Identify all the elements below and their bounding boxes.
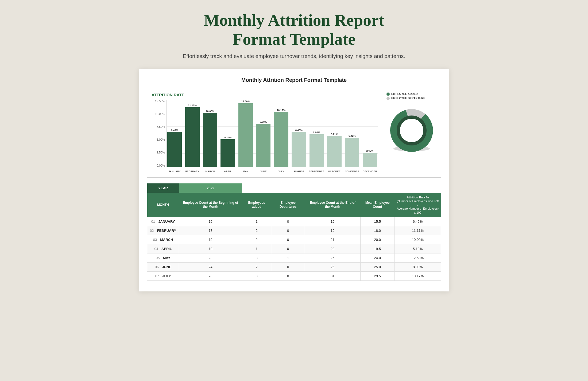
table-cell: 02FEBRUARY xyxy=(147,226,179,235)
bar-rect-march xyxy=(203,113,217,167)
donut-legend: EMPLOYEE ADDED EMPLOYEE DEPARTURE xyxy=(386,93,436,101)
bar-group-january: 6.45%JANUARY xyxy=(167,100,182,167)
table-cell: 0 xyxy=(271,235,305,244)
table-row: 07JULY28303129.510.17% xyxy=(147,272,441,281)
bar-value-april: 5.13% xyxy=(224,136,231,139)
bar-group-september: 6.06%SEPTEMBER xyxy=(309,100,324,167)
col-dep: Employee Departures xyxy=(271,193,305,217)
bar-value-june: 8.00% xyxy=(260,120,267,123)
bar-group-may: 12.50%MAY xyxy=(238,100,253,167)
bar-group-august: 6.45%AUGUST xyxy=(291,100,307,167)
legend-dot-departed xyxy=(386,97,390,100)
bar-rect-september xyxy=(310,134,324,167)
bar-value-august: 6.45% xyxy=(295,129,303,132)
table-cell: 03MARCH xyxy=(147,235,179,244)
y-label-3: 7.50% xyxy=(152,125,165,128)
table-cell: 20.0 xyxy=(360,235,394,244)
bar-group-october: 5.71%OCTOBER xyxy=(327,100,342,167)
y-label-2: 10.00% xyxy=(152,113,165,116)
svg-point-4 xyxy=(400,119,423,142)
table-cell: 0 xyxy=(271,226,305,235)
bar-month-january: JANUARY xyxy=(169,170,181,173)
bar-rect-february xyxy=(185,107,200,167)
table-cell: 06JUNE xyxy=(147,263,179,272)
table-cell: 01JANUARY xyxy=(147,217,179,226)
bar-value-january: 6.45% xyxy=(171,129,178,132)
table-row: 02FEBRUARY17201918.011.11% xyxy=(147,226,441,235)
bar-value-march: 10.00% xyxy=(206,110,214,113)
table-cell: 0 xyxy=(271,272,305,281)
page-title: Monthly Attrition Report Format Template xyxy=(204,11,384,49)
bar-value-november: 5.41% xyxy=(349,134,356,137)
bar-rect-june xyxy=(256,124,270,167)
table-cell: 16 xyxy=(305,217,361,226)
table-cell: 12.50% xyxy=(394,253,441,263)
table-cell: 0 xyxy=(271,217,305,226)
table-cell: 19.5 xyxy=(360,244,394,253)
table-cell: 17 xyxy=(179,226,242,235)
table-cell: 21 xyxy=(305,235,361,244)
table-cell: 6.45% xyxy=(394,217,441,226)
bar-rect-august xyxy=(292,132,306,167)
col-end-count: Employee Count at the End of the Month xyxy=(305,193,361,217)
table-cell: 25 xyxy=(305,253,361,263)
table-cell: 15 xyxy=(179,217,242,226)
year-value: 2022 xyxy=(179,183,242,193)
table-cell: 05MAY xyxy=(147,253,179,263)
table-cell: 20 xyxy=(305,244,361,253)
table-cell: 04APRIL xyxy=(147,244,179,253)
bar-month-may: MAY xyxy=(243,170,248,173)
table-cell: 29.5 xyxy=(360,272,394,281)
table-cell: 18.0 xyxy=(360,226,394,235)
legend-label-added: EMPLOYEE ADDED xyxy=(391,93,418,95)
table-cell: 07JULY xyxy=(147,272,179,281)
table-cell: 15.5 xyxy=(360,217,394,226)
bar-value-may: 12.50% xyxy=(241,100,250,103)
table-cell: 2 xyxy=(242,235,271,244)
donut-chart: EMPLOYEE ADDED EMPLOYEE DEPARTURE xyxy=(382,88,441,178)
table-row: 06JUNE24202625.08.00% xyxy=(147,263,441,272)
bar-month-june: JUNE xyxy=(260,170,267,173)
bar-rect-december xyxy=(363,153,377,167)
bar-month-march: MARCH xyxy=(206,170,215,173)
table-cell: 24 xyxy=(179,263,242,272)
table-cell: 24.0 xyxy=(360,253,394,263)
y-label-4: 5.00% xyxy=(152,138,165,141)
year-label: YEAR xyxy=(147,183,179,193)
y-label-1: 12.50% xyxy=(152,100,165,103)
table-cell: 19 xyxy=(179,244,242,253)
table-cell: 31 xyxy=(305,272,361,281)
bar-month-december: DECEMBER xyxy=(363,170,377,173)
bar-value-december: 2.60% xyxy=(366,149,373,152)
table-cell: 2 xyxy=(242,263,271,272)
table-cell: 10.17% xyxy=(394,272,441,281)
bar-month-october: OCTOBER xyxy=(328,170,341,173)
bar-group-december: 2.60%DECEMBER xyxy=(362,100,378,167)
table-cell: 1 xyxy=(271,253,305,263)
table-cell: 28 xyxy=(179,272,242,281)
bar-month-november: NOVEMBER xyxy=(345,170,359,173)
bar-group-april: 5.13%APRIL xyxy=(220,100,235,167)
col-month: MONTH xyxy=(147,193,179,217)
table-cell: 11.11% xyxy=(394,226,441,235)
table-cell: 3 xyxy=(242,253,271,263)
table-row: 01JANUARY15101615.56.45% xyxy=(147,217,441,226)
bar-chart-inner: 12.50% 10.00% 7.50% 5.00% 2.50% 0.00% xyxy=(152,100,378,175)
table-header-year-row: YEAR 2022 xyxy=(147,183,441,193)
table-cell: 0 xyxy=(271,244,305,253)
y-axis-labels: 12.50% 10.00% 7.50% 5.00% 2.50% 0.00% xyxy=(152,100,165,167)
bar-rect-april xyxy=(220,139,235,167)
bar-rect-november xyxy=(345,138,359,167)
col-beg-count: Employee Count at the Beginning of the M… xyxy=(179,193,242,217)
y-label-6: 0.00% xyxy=(152,164,165,167)
table-cell: 25.0 xyxy=(360,263,394,272)
table-cell: 5.13% xyxy=(394,244,441,253)
bar-chart-title: ATTRITION RATE xyxy=(152,93,378,97)
table-body: 01JANUARY15101615.56.45%02FEBRUARY172019… xyxy=(147,217,441,281)
bars-area: 6.45%JANUARY11.11%FEBRUARY10.00%MARCH5.1… xyxy=(167,100,378,167)
bar-rect-july xyxy=(274,112,288,167)
bar-month-september: SEPTEMBER xyxy=(309,170,324,173)
bar-group-july: 10.17%JULY xyxy=(273,100,289,167)
bar-value-october: 5.71% xyxy=(331,133,338,136)
table-row: 03MARCH19202120.010.00% xyxy=(147,235,441,244)
